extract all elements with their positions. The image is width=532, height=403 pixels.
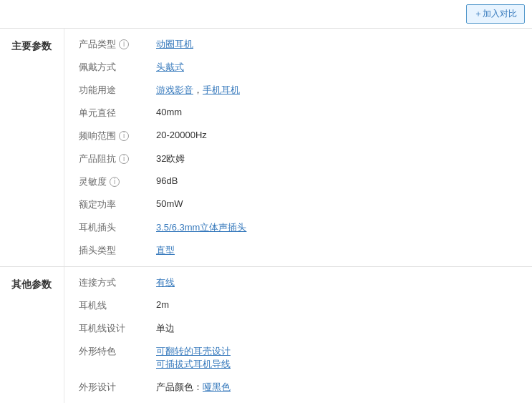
table-row: 耳机线设计单边 bbox=[64, 317, 532, 340]
param-label: 频响范围i bbox=[64, 129, 150, 143]
param-plain-text: 产品颜色： bbox=[156, 382, 203, 392]
param-value: 游戏影音，手机耳机 bbox=[150, 83, 532, 97]
param-link[interactable]: 直型 bbox=[156, 245, 175, 256]
param-plain-text: 96dB bbox=[156, 175, 178, 186]
param-value: 20-20000Hz bbox=[150, 129, 532, 141]
param-label: 插头类型 bbox=[64, 243, 150, 258]
param-value: 32欧姆 bbox=[150, 152, 532, 166]
param-plain-text: 32欧姆 bbox=[156, 153, 185, 164]
param-multi-line-value: 可翻转的耳壳设计可插拔式耳机导线 bbox=[156, 345, 526, 371]
main-params-section: 主要参数 产品类型i动圈耳机佩戴方式头戴式功能用途游戏影音，手机耳机单元直径40… bbox=[0, 29, 532, 267]
param-link[interactable]: 可翻转的耳壳设计 bbox=[156, 345, 526, 358]
param-label-text: 额定功率 bbox=[79, 198, 116, 211]
param-label: 连接方式 bbox=[64, 276, 150, 290]
param-value: 2m bbox=[150, 298, 532, 311]
param-label: 单元直径 bbox=[64, 106, 150, 120]
param-plain-text: 单边 bbox=[156, 323, 175, 334]
param-label-text: 外形设计 bbox=[79, 381, 116, 394]
param-label: 耳机线 bbox=[64, 298, 150, 313]
param-label-text: 连接方式 bbox=[79, 276, 116, 289]
param-label-text: 产品类型 bbox=[79, 38, 116, 51]
param-link[interactable]: 游戏影音 bbox=[156, 84, 193, 97]
param-separator: ， bbox=[193, 84, 203, 97]
param-label: 外形设计 bbox=[64, 380, 150, 394]
param-link[interactable]: 3.5/6.3mm立体声插头 bbox=[156, 222, 246, 233]
table-row: 产品类型i动圈耳机 bbox=[64, 33, 532, 56]
param-value: 单边 bbox=[150, 321, 532, 336]
table-row: 灵敏度i96dB bbox=[64, 170, 532, 193]
param-link[interactable]: 手机耳机 bbox=[203, 84, 240, 97]
table-row: 耳机线2m bbox=[64, 294, 532, 317]
param-label: 佩戴方式 bbox=[64, 60, 150, 74]
param-label-text: 灵敏度 bbox=[79, 175, 107, 188]
param-label: 外形特色 bbox=[64, 344, 150, 359]
param-label-text: 耳机插头 bbox=[79, 221, 116, 234]
param-label-text: 外形特色 bbox=[79, 345, 116, 358]
param-label: 额定功率 bbox=[64, 198, 150, 212]
other-params-section: 其他参数 连接方式有线耳机线2m耳机线设计单边外形特色可翻转的耳壳设计可插拔式耳… bbox=[0, 267, 532, 403]
param-multi-value: 游戏影音，手机耳机 bbox=[156, 84, 526, 97]
param-value: 96dB bbox=[150, 175, 532, 187]
info-icon[interactable]: i bbox=[119, 154, 129, 164]
param-value: 有线 bbox=[150, 276, 532, 290]
add-compare-button[interactable]: ＋加入对比 bbox=[466, 4, 525, 24]
param-label: 功能用途 bbox=[64, 83, 150, 97]
table-row: 耳机插头3.5/6.3mm立体声插头 bbox=[64, 216, 532, 239]
param-value: 40mm bbox=[150, 106, 532, 118]
info-icon[interactable]: i bbox=[110, 177, 120, 187]
param-label-text: 产品阻抗 bbox=[79, 152, 116, 165]
other-params-title: 其他参数 bbox=[0, 267, 64, 403]
param-value: 头戴式 bbox=[150, 60, 532, 74]
param-link[interactable]: 哑黑色 bbox=[203, 382, 231, 392]
info-icon[interactable]: i bbox=[119, 131, 129, 141]
param-label-text: 耳机线设计 bbox=[79, 322, 125, 335]
param-plain-text: 40mm bbox=[156, 107, 182, 117]
param-label-text: 功能用途 bbox=[79, 84, 116, 97]
table-row: 外壳材质采用哑黑色机身搭配拉丝效果金属铝装饰片，在卡节处还加入亮钢装饰圈 bbox=[64, 399, 532, 403]
param-label: 灵敏度i bbox=[64, 175, 150, 189]
param-plain-text: 20-20000Hz bbox=[156, 130, 207, 140]
param-value: 3.5/6.3mm立体声插头 bbox=[150, 220, 532, 235]
param-label: 产品阻抗i bbox=[64, 152, 150, 166]
param-label-text: 佩戴方式 bbox=[79, 61, 116, 74]
top-bar: ＋加入对比 bbox=[0, 0, 532, 29]
param-plain-text: 2m bbox=[156, 299, 169, 310]
param-value: 直型 bbox=[150, 243, 532, 258]
param-link[interactable]: 可插拔式耳机导线 bbox=[156, 358, 526, 371]
param-label: 耳机线设计 bbox=[64, 321, 150, 336]
param-link[interactable]: 动圈耳机 bbox=[156, 39, 193, 49]
param-label-text: 单元直径 bbox=[79, 107, 116, 120]
table-row: 功能用途游戏影音，手机耳机 bbox=[64, 79, 532, 102]
param-label: 产品类型i bbox=[64, 37, 150, 52]
table-row: 外形设计产品颜色：哑黑色 bbox=[64, 376, 532, 399]
table-row: 连接方式有线 bbox=[64, 271, 532, 294]
param-label-text: 频响范围 bbox=[79, 130, 116, 142]
param-value: 产品颜色：哑黑色 bbox=[150, 380, 532, 394]
table-row: 外形特色可翻转的耳壳设计可插拔式耳机导线 bbox=[64, 340, 532, 376]
table-row: 频响范围i20-20000Hz bbox=[64, 125, 532, 147]
main-params-table: 产品类型i动圈耳机佩戴方式头戴式功能用途游戏影音，手机耳机单元直径40mm频响范… bbox=[64, 29, 532, 266]
table-row: 单元直径40mm bbox=[64, 102, 532, 125]
param-label: 耳机插头 bbox=[64, 220, 150, 235]
param-link[interactable]: 有线 bbox=[156, 277, 175, 288]
param-value: 可翻转的耳壳设计可插拔式耳机导线 bbox=[150, 344, 532, 372]
param-label-text: 耳机线 bbox=[79, 299, 107, 312]
main-params-title: 主要参数 bbox=[0, 29, 64, 266]
table-row: 佩戴方式头戴式 bbox=[64, 56, 532, 79]
table-row: 额定功率50mW bbox=[64, 193, 532, 216]
param-link[interactable]: 头戴式 bbox=[156, 62, 184, 72]
param-label-text: 插头类型 bbox=[79, 244, 116, 257]
table-row: 插头类型直型 bbox=[64, 239, 532, 262]
param-plain-text: 50mW bbox=[156, 198, 183, 209]
page-wrapper: ＋加入对比 主要参数 产品类型i动圈耳机佩戴方式头戴式功能用途游戏影音，手机耳机… bbox=[0, 0, 532, 403]
table-row: 产品阻抗i32欧姆 bbox=[64, 147, 532, 170]
param-value: 50mW bbox=[150, 198, 532, 210]
info-icon[interactable]: i bbox=[119, 39, 129, 49]
param-value: 动圈耳机 bbox=[150, 37, 532, 52]
other-params-table: 连接方式有线耳机线2m耳机线设计单边外形特色可翻转的耳壳设计可插拔式耳机导线外形… bbox=[64, 267, 532, 403]
